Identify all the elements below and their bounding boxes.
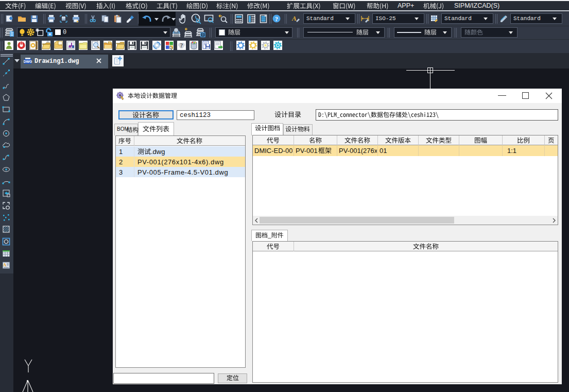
svg-text:?: ? [180, 42, 183, 49]
svg-text:A: A [291, 14, 297, 22]
svg-text:?: ? [275, 15, 278, 23]
svg-text:A: A [3, 262, 7, 267]
svg-text:DWG: DWG [24, 60, 32, 63]
